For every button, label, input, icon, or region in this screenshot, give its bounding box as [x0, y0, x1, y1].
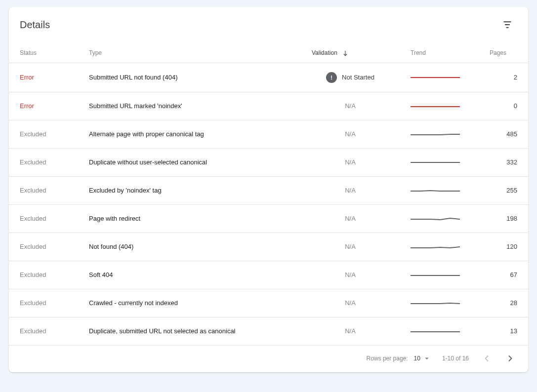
col-header-type[interactable]: Type [78, 43, 301, 63]
details-card: Details Status Type Validation [9, 7, 528, 372]
card-header: Details [9, 7, 528, 43]
pages-count: 0 [479, 92, 528, 120]
table-row[interactable]: ErrorSubmitted URL marked 'noindex'N/A0 [9, 92, 528, 120]
validation-na: N/A [312, 215, 389, 222]
table-row[interactable]: ExcludedDuplicate, submitted URL not sel… [9, 317, 528, 345]
status-label: Excluded [20, 243, 46, 250]
status-label: Excluded [20, 215, 46, 222]
details-table: Status Type Validation Trend Pages Error… [9, 43, 528, 346]
validation-na: N/A [312, 102, 389, 110]
status-label: Excluded [20, 327, 46, 335]
trend-sparkline [411, 214, 460, 224]
status-label: Excluded [20, 187, 46, 194]
chevron-left-icon [482, 353, 492, 363]
pages-count: 198 [479, 204, 528, 233]
card-title: Details [20, 19, 50, 31]
trend-sparkline [411, 129, 460, 139]
pages-count: 2 [479, 63, 528, 92]
svg-point-0 [331, 78, 332, 79]
validation-badge: Not Started [326, 72, 374, 83]
issue-type: Soft 404 [89, 271, 113, 278]
sort-arrow-down-icon [342, 50, 349, 57]
pages-count: 67 [479, 261, 528, 289]
issue-type: Not found (404) [89, 243, 133, 250]
issue-type: Submitted URL marked 'noindex' [89, 102, 182, 110]
dropdown-icon [422, 354, 431, 363]
issue-type: Submitted URL not found (404) [89, 74, 177, 81]
filter-icon [502, 20, 512, 30]
chevron-right-icon [505, 353, 515, 363]
rows-per-page-value: 10 [414, 355, 420, 362]
trend-sparkline [411, 298, 460, 308]
trend-sparkline [411, 270, 460, 280]
rows-per-page: Rows per page: 10 [367, 354, 431, 363]
pagination-bar: Rows per page: 10 1-10 of 16 [9, 346, 528, 372]
validation-na: N/A [312, 130, 389, 138]
next-page-button[interactable] [503, 352, 517, 365]
validation-na: N/A [312, 299, 389, 307]
table-row[interactable]: ExcludedCrawled - currently not indexedN… [9, 289, 528, 317]
pages-count: 485 [479, 120, 528, 148]
trend-sparkline [411, 326, 460, 336]
page-range: 1-10 of 16 [442, 355, 469, 362]
col-header-status[interactable]: Status [9, 43, 78, 63]
issue-type: Crawled - currently not indexed [89, 299, 178, 307]
alert-icon [326, 72, 337, 83]
table-row[interactable]: ErrorSubmitted URL not found (404)Not St… [9, 63, 528, 92]
table-row[interactable]: ExcludedDuplicate without user-selected … [9, 148, 528, 176]
col-header-trend[interactable]: Trend [400, 43, 479, 63]
table-row[interactable]: ExcludedAlternate page with proper canon… [9, 120, 528, 148]
status-label: Excluded [20, 158, 46, 166]
pagination-nav [480, 352, 517, 365]
issue-type: Duplicate, submitted URL not selected as… [89, 327, 236, 335]
table-row[interactable]: ExcludedPage with redirectN/A198 [9, 204, 528, 233]
filter-button[interactable] [497, 15, 517, 35]
pages-count: 255 [479, 176, 528, 204]
issue-type: Page with redirect [89, 215, 140, 222]
trend-sparkline [411, 157, 460, 167]
status-label: Error [20, 74, 34, 81]
status-label: Excluded [20, 299, 46, 307]
issue-type: Alternate page with proper canonical tag [89, 130, 204, 138]
status-label: Excluded [20, 271, 46, 278]
trend-sparkline [411, 73, 460, 82]
validation-na: N/A [312, 327, 389, 335]
validation-na: N/A [312, 187, 389, 194]
pages-count: 28 [479, 289, 528, 317]
trend-sparkline [411, 242, 460, 252]
prev-page-button [480, 352, 494, 365]
issue-type: Excluded by 'noindex' tag [89, 187, 162, 194]
trend-sparkline [411, 101, 460, 111]
col-header-validation[interactable]: Validation [301, 43, 400, 63]
validation-label: Not Started [342, 74, 374, 81]
table-row[interactable]: ExcludedExcluded by 'noindex' tagN/A255 [9, 176, 528, 204]
trend-sparkline [411, 186, 460, 196]
rows-per-page-select[interactable]: 10 [414, 354, 431, 363]
col-header-validation-label: Validation [312, 49, 337, 56]
table-row[interactable]: ExcludedNot found (404)N/A120 [9, 233, 528, 261]
pages-count: 332 [479, 148, 528, 176]
table-row[interactable]: ExcludedSoft 404N/A67 [9, 261, 528, 289]
validation-na: N/A [312, 158, 389, 166]
validation-na: N/A [312, 271, 389, 278]
validation-na: N/A [312, 243, 389, 250]
rows-per-page-label: Rows per page: [367, 355, 408, 362]
status-label: Error [20, 102, 34, 110]
col-header-pages[interactable]: Pages [479, 43, 528, 63]
issue-type: Duplicate without user-selected canonica… [89, 158, 207, 166]
status-label: Excluded [20, 130, 46, 138]
pages-count: 120 [479, 233, 528, 261]
pages-count: 13 [479, 317, 528, 345]
